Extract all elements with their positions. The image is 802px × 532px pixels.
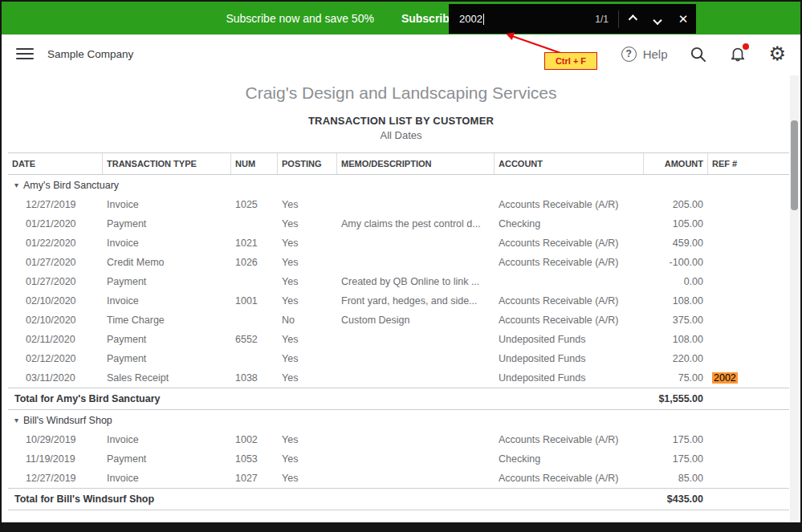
cell-date: 01/22/2020 bbox=[8, 238, 103, 249]
cell-posting: Yes bbox=[278, 353, 337, 364]
report-date-range: All Dates bbox=[2, 129, 800, 141]
find-input[interactable]: 2002 bbox=[459, 13, 482, 25]
cell-date: 01/21/2020 bbox=[8, 218, 103, 229]
cell-ref: 2002 bbox=[708, 372, 789, 384]
cell-memo: Created by QB Online to link ... bbox=[337, 276, 495, 287]
cell-amount: 105.00 bbox=[644, 218, 708, 229]
search-button[interactable] bbox=[689, 45, 707, 63]
cell-num: 1027 bbox=[231, 473, 278, 484]
cell-date: 01/27/2020 bbox=[8, 257, 103, 268]
column-header-posting[interactable]: POSTING bbox=[278, 153, 337, 174]
help-button[interactable]: ? Help bbox=[621, 47, 668, 62]
cell-date: 02/12/2020 bbox=[8, 353, 103, 364]
chevron-up-icon bbox=[629, 14, 637, 23]
cell-posting: Yes bbox=[278, 334, 337, 345]
vertical-scrollbar[interactable] bbox=[790, 75, 799, 521]
cell-date: 11/19/2019 bbox=[8, 453, 103, 465]
column-header-account[interactable]: ACCOUNT bbox=[495, 153, 644, 174]
column-header-ref[interactable]: REF # bbox=[708, 153, 789, 174]
customer-group-row[interactable]: ▾Amy's Bird Sanctuary bbox=[8, 175, 789, 195]
column-header-num[interactable]: NUM bbox=[231, 153, 278, 174]
cell-transaction-type: Time Charge bbox=[103, 315, 231, 326]
cell-date: 02/10/2020 bbox=[8, 315, 103, 326]
find-next-button[interactable] bbox=[645, 4, 670, 34]
table-row: 02/10/2020Time ChargeNoCustom DesignAcco… bbox=[8, 311, 789, 330]
cell-amount: 75.00 bbox=[644, 372, 708, 384]
cell-num: 1021 bbox=[231, 238, 278, 249]
cell-date: 12/27/2019 bbox=[8, 473, 103, 484]
cell-num: 1002 bbox=[231, 434, 278, 445]
cell-transaction-type: Payment bbox=[103, 276, 231, 287]
table-row: 02/12/2020PaymentYesUndeposited Funds220… bbox=[8, 349, 789, 368]
cell-account: Undeposited Funds bbox=[495, 372, 644, 384]
scrollbar-thumb[interactable] bbox=[791, 120, 798, 210]
cell-posting: Yes bbox=[278, 276, 337, 287]
cell-posting: Yes bbox=[278, 473, 337, 484]
customer-name: Bill's Windsurf Shop bbox=[23, 415, 112, 426]
table-row: 02/11/2020Payment6552YesUndeposited Fund… bbox=[8, 330, 789, 349]
customer-name: Amy's Bird Sanctuary bbox=[23, 180, 119, 191]
cell-num: 1038 bbox=[231, 372, 278, 384]
cell-amount: -100.00 bbox=[644, 257, 708, 268]
cell-transaction-type: Invoice bbox=[103, 434, 231, 445]
cell-account: Accounts Receivable (A/R) bbox=[495, 315, 644, 326]
notification-badge bbox=[743, 43, 749, 50]
table-row: 01/21/2020PaymentYesAmy claims the pest … bbox=[8, 214, 789, 234]
cell-num: 6552 bbox=[231, 334, 278, 345]
customer-group-row[interactable]: ▾Bill's Windsurf Shop bbox=[8, 410, 789, 430]
cell-account: Checking bbox=[495, 218, 644, 229]
total-amount: $1,555.00 bbox=[644, 393, 708, 404]
cell-amount: 205.00 bbox=[644, 199, 708, 210]
column-header-amount[interactable]: AMOUNT bbox=[644, 153, 708, 174]
cell-transaction-type: Credit Memo bbox=[103, 257, 231, 268]
gear-icon: ⚙ bbox=[768, 44, 786, 63]
table-row: 01/22/2020Invoice1021YesAccounts Receiva… bbox=[8, 234, 789, 253]
cell-num: 1026 bbox=[231, 257, 278, 268]
cell-account: Undeposited Funds bbox=[495, 353, 644, 364]
table-row: 02/10/2020Invoice1001YesFront yard, hedg… bbox=[8, 291, 789, 311]
total-amount: $435.00 bbox=[644, 493, 708, 505]
cell-amount: 108.00 bbox=[644, 295, 708, 307]
cell-posting: Yes bbox=[278, 218, 337, 229]
cell-amount: 375.00 bbox=[644, 315, 708, 326]
report-table-body: ▾Amy's Bird Sanctuary12/27/2019Invoice10… bbox=[8, 175, 789, 510]
ctrl-f-annotation: Ctrl + F bbox=[544, 52, 597, 70]
cell-amount: 0.00 bbox=[644, 276, 708, 287]
cell-posting: Yes bbox=[278, 434, 337, 445]
column-header-memo[interactable]: MEMO/DESCRIPTION bbox=[337, 153, 495, 174]
notifications-button[interactable] bbox=[729, 45, 747, 63]
hamburger-menu-icon[interactable] bbox=[16, 48, 34, 59]
cell-transaction-type: Payment bbox=[103, 353, 231, 364]
cell-account: Accounts Receivable (A/R) bbox=[495, 434, 644, 445]
text-caret bbox=[483, 14, 484, 25]
company-name: Sample Company bbox=[47, 48, 133, 60]
subscribe-button[interactable]: Subscribe bbox=[401, 12, 456, 25]
search-icon bbox=[689, 45, 707, 63]
collapse-triangle-icon[interactable]: ▾ bbox=[14, 416, 18, 424]
app-header: Sample Company ? Help ⚙ bbox=[2, 35, 800, 73]
cell-date: 03/11/2020 bbox=[8, 372, 103, 384]
cell-transaction-type: Payment bbox=[103, 334, 231, 345]
settings-button[interactable]: ⚙ bbox=[768, 44, 786, 63]
cell-posting: Yes bbox=[278, 257, 337, 268]
cell-amount: 459.00 bbox=[644, 238, 708, 249]
column-header-date[interactable]: DATE bbox=[8, 153, 103, 174]
cell-memo: Custom Design bbox=[337, 315, 495, 326]
cell-num: 1053 bbox=[231, 453, 278, 465]
table-row: 10/29/2019Invoice1002YesAccounts Receiva… bbox=[8, 430, 789, 449]
column-header-transaction-type[interactable]: TRANSACTION TYPE bbox=[103, 153, 231, 174]
group-total-row: Total for Amy's Bird Sanctuary$1,555.00 bbox=[8, 388, 789, 410]
cell-account: Accounts Receivable (A/R) bbox=[495, 295, 644, 307]
table-row: 12/27/2019Invoice1025YesAccounts Receiva… bbox=[8, 195, 789, 214]
cell-posting: Yes bbox=[278, 199, 337, 210]
cell-posting: Yes bbox=[278, 453, 337, 465]
cell-transaction-type: Invoice bbox=[103, 473, 231, 484]
collapse-triangle-icon[interactable]: ▾ bbox=[14, 181, 18, 189]
find-previous-button[interactable] bbox=[619, 4, 645, 34]
chevron-down-icon bbox=[653, 15, 662, 24]
find-close-button[interactable]: ✕ bbox=[670, 4, 696, 34]
cell-account: Accounts Receivable (A/R) bbox=[495, 257, 644, 268]
cell-num: 1025 bbox=[231, 199, 278, 210]
find-bar: 2002 1/1 ✕ bbox=[449, 4, 696, 34]
cell-amount: 175.00 bbox=[644, 453, 708, 465]
